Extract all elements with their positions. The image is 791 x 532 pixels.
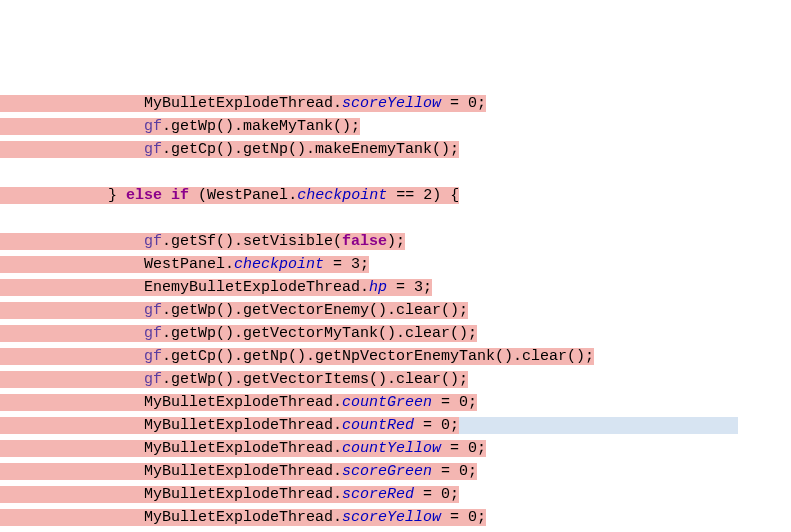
- code-line: MyBulletExplodeThread.countGreen = 0;: [0, 391, 791, 414]
- blank-line: [0, 161, 791, 184]
- code-line: gf.getCp().getNp().makeEnemyTank();: [0, 138, 791, 161]
- selection-highlight: [459, 417, 738, 434]
- code-line: gf.getWp().getVectorItems().clear();: [0, 368, 791, 391]
- code-line: MyBulletExplodeThread.countYellow = 0;: [0, 437, 791, 460]
- code-line: MyBulletExplodeThread.scoreYellow = 0;: [0, 92, 791, 115]
- blank-line: [0, 207, 791, 230]
- code-line: EnemyBulletExplodeThread.hp = 3;: [0, 276, 791, 299]
- code-line: MyBulletExplodeThread.scoreGreen = 0;: [0, 460, 791, 483]
- code-line: gf.getCp().getNp().getNpVectorEnemyTank(…: [0, 345, 791, 368]
- code-line: gf.getWp().makeMyTank();: [0, 115, 791, 138]
- code-line: WestPanel.checkpoint = 3;: [0, 253, 791, 276]
- code-line: MyBulletExplodeThread.countRed = 0;: [0, 414, 791, 437]
- code-line: } else if (WestPanel.checkpoint == 2) {: [0, 184, 791, 207]
- code-line: MyBulletExplodeThread.scoreRed = 0;: [0, 483, 791, 506]
- code-line: gf.getSf().setVisible(false);: [0, 230, 791, 253]
- code-line: gf.getWp().getVectorEnemy().clear();: [0, 299, 791, 322]
- code-line: gf.getWp().getVectorMyTank().clear();: [0, 322, 791, 345]
- code-line: MyBulletExplodeThread.scoreYellow = 0;: [0, 506, 791, 529]
